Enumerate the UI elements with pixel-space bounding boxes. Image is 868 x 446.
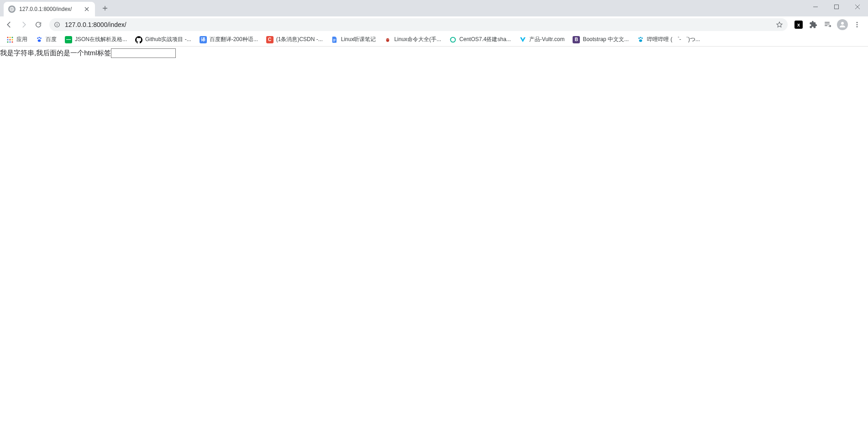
- maximize-button[interactable]: [826, 0, 847, 14]
- svg-rect-4: [825, 22, 830, 23]
- bookmark-label: Linux命令大全(手...: [394, 36, 441, 43]
- bookmark-item[interactable]: Linux命令大全(手...: [380, 34, 445, 45]
- jay-icon: —: [65, 36, 72, 43]
- minimize-button[interactable]: [805, 0, 826, 14]
- close-window-button[interactable]: [847, 0, 868, 14]
- svg-point-16: [7, 41, 8, 42]
- bookmark-item[interactable]: 百度: [32, 34, 60, 45]
- svg-rect-3: [57, 24, 57, 26]
- svg-point-10: [7, 37, 8, 38]
- bookmarks-bar: 应用百度—JSON在线解析及格...Github实战项目 -...译百度翻译-2…: [0, 33, 868, 47]
- svg-point-19: [37, 37, 38, 39]
- yi-icon: 译: [200, 36, 207, 43]
- window-controls: [805, 0, 868, 16]
- svg-point-17: [9, 41, 11, 42]
- bookmark-item[interactable]: —JSON在线解析及格...: [61, 34, 131, 45]
- svg-point-2: [57, 23, 57, 23]
- svg-point-12: [11, 37, 13, 38]
- browser-tab[interactable]: 127.0.0.1:8000/index/: [4, 2, 95, 16]
- paw-icon: [637, 36, 644, 43]
- v-icon: [519, 36, 526, 43]
- svg-rect-5: [825, 23, 830, 24]
- b-icon: B: [573, 36, 580, 43]
- toolbar: x: [0, 16, 868, 33]
- forward-button[interactable]: [17, 18, 30, 31]
- apps-icon: [6, 36, 14, 43]
- globe-icon: [8, 5, 16, 13]
- tab-strip: 127.0.0.1:8000/index/: [0, 0, 868, 16]
- svg-point-13: [7, 39, 8, 40]
- svg-rect-6: [825, 25, 827, 26]
- tab-title: 127.0.0.1:8000/index/: [19, 6, 79, 12]
- new-tab-button[interactable]: [99, 2, 111, 15]
- svg-point-11: [9, 37, 11, 38]
- svg-point-9: [857, 26, 858, 27]
- svg-point-28: [388, 39, 389, 39]
- svg-point-7: [857, 22, 858, 23]
- close-icon[interactable]: [83, 5, 90, 13]
- bookmark-label: Bootstrap 中文文...: [583, 36, 629, 43]
- g-icon: [449, 36, 457, 43]
- svg-point-8: [857, 24, 858, 25]
- bookmark-label: 百度翻译-200种语...: [210, 36, 258, 43]
- bookmark-label: (1条消息)CSDN -...: [276, 36, 323, 43]
- url-input[interactable]: [64, 18, 772, 31]
- bookmark-label: 应用: [16, 36, 27, 43]
- bookmark-item[interactable]: CentOS7.4搭建sha...: [446, 34, 515, 45]
- bookmark-label: Linux听课笔记: [341, 36, 376, 43]
- bookmark-label: 产品-Vultr.com: [529, 36, 565, 43]
- svg-point-15: [11, 39, 13, 40]
- bookmark-item[interactable]: Linux听课笔记: [327, 34, 380, 45]
- reload-button[interactable]: [32, 18, 45, 31]
- extension-icon[interactable]: x: [792, 18, 805, 31]
- svg-point-29: [451, 37, 456, 42]
- svg-rect-25: [333, 41, 334, 41]
- kebab-menu-icon[interactable]: [851, 18, 863, 31]
- svg-point-14: [9, 39, 11, 40]
- bookmark-label: JSON在线解析及格...: [75, 36, 127, 43]
- svg-point-27: [387, 39, 387, 39]
- svg-point-32: [642, 37, 643, 39]
- bookmark-item[interactable]: 应用: [3, 34, 31, 45]
- bookmark-label: Github实战项目 -...: [145, 36, 191, 43]
- svg-point-20: [39, 37, 40, 38]
- page-text: 我是字符串,我后面的是一个html标签: [0, 49, 111, 58]
- bookmark-label: CentOS7.4搭建sha...: [459, 36, 511, 43]
- bug-icon: [384, 36, 391, 43]
- back-button[interactable]: [3, 18, 16, 31]
- svg-point-30: [638, 37, 640, 39]
- svg-point-33: [639, 39, 642, 42]
- gh-icon: [135, 36, 142, 43]
- page-input[interactable]: [111, 48, 176, 58]
- bookmark-item[interactable]: Github实战项目 -...: [132, 34, 195, 45]
- address-bar[interactable]: [49, 18, 788, 31]
- svg-rect-0: [835, 5, 839, 9]
- doc-icon: [331, 36, 338, 43]
- paw-icon: [36, 36, 43, 43]
- svg-point-22: [38, 39, 41, 42]
- svg-point-26: [386, 38, 389, 42]
- svg-point-31: [640, 37, 642, 38]
- bookmark-item[interactable]: C(1条消息)CSDN -...: [263, 34, 326, 45]
- page-content: 我是字符串,我后面的是一个html标签: [0, 47, 868, 58]
- c-icon: C: [266, 36, 274, 43]
- bookmark-item[interactable]: 哔哩哔哩 ( ゜- ゜)つ...: [633, 34, 704, 45]
- bookmark-star-icon[interactable]: [776, 21, 783, 28]
- bookmark-label: 百度: [46, 36, 57, 43]
- bookmark-item[interactable]: BBootstrap 中文文...: [569, 34, 632, 45]
- reading-list-icon[interactable]: [821, 18, 834, 31]
- svg-point-21: [40, 37, 42, 39]
- svg-point-18: [11, 41, 13, 42]
- bookmark-label: 哔哩哔哩 ( ゜- ゜)つ...: [647, 36, 700, 43]
- site-info-icon[interactable]: [54, 21, 60, 28]
- bookmark-item[interactable]: 产品-Vultr.com: [516, 34, 568, 45]
- extensions-menu-icon[interactable]: [807, 18, 820, 31]
- svg-rect-23: [333, 39, 335, 39]
- svg-rect-24: [333, 40, 335, 40]
- profile-button[interactable]: [836, 18, 849, 31]
- toolbar-right: x: [792, 18, 865, 31]
- bookmark-item[interactable]: 译百度翻译-200种语...: [196, 34, 262, 45]
